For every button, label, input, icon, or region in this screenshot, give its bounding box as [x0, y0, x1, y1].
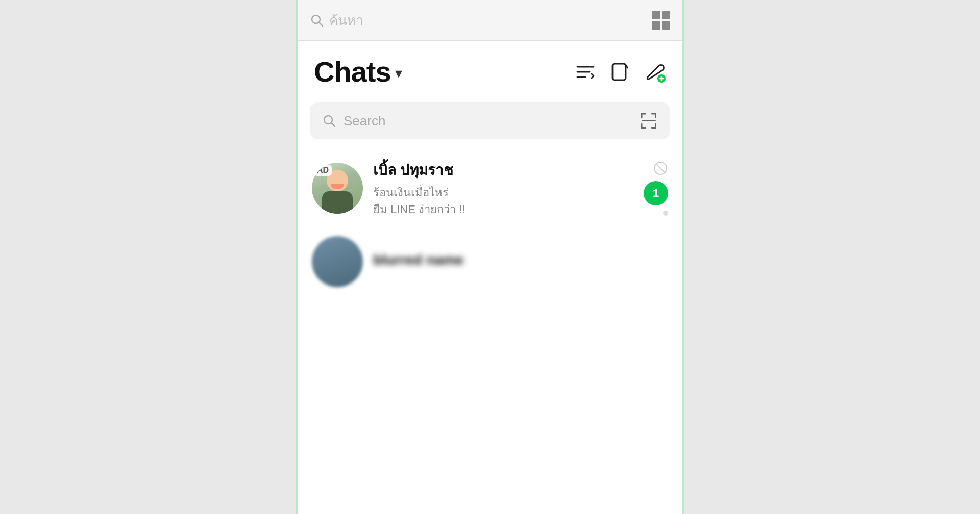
search-input-area[interactable]: Search [322, 113, 385, 129]
chat-preview-line2: ยืม LINE ง่ายกว่า !! [373, 203, 465, 216]
search-bar[interactable]: Search [310, 102, 670, 139]
person-body [322, 191, 353, 214]
no-sound-icon [653, 161, 668, 176]
scan-icon [640, 112, 658, 130]
top-search-area[interactable]: ค้นหา [310, 10, 363, 31]
chat-name-2: blurred name [373, 252, 668, 268]
avatar-1: AD [312, 163, 363, 214]
mute-icon [653, 161, 668, 176]
chat-item-ad[interactable]: AD เบิ้ล ปทุมราช ร้อนเงินเมื่อไหร่ ยืม L… [298, 149, 682, 227]
chat-info-1: เบิ้ล ปทุมราช ร้อนเงินเมื่อไหร่ ยืม LINE… [373, 159, 633, 218]
top-search-bar: ค้นหา [298, 0, 682, 41]
filter-list-button[interactable] [574, 61, 597, 83]
unread-badge-1: 1 [644, 181, 668, 205]
avatar-2 [312, 236, 363, 287]
phone-container: ค้นหา Chats ▾ [296, 0, 684, 514]
svg-line-10 [331, 123, 335, 126]
search-placeholder-text: Search [344, 113, 385, 129]
chat-name-1: เบิ้ล ปทุมราช [373, 159, 633, 181]
svg-rect-16 [641, 123, 643, 128]
svg-rect-12 [641, 113, 643, 118]
new-chat-icon [644, 61, 666, 83]
app-content: ค้นหา Chats ▾ [298, 0, 682, 514]
chats-title: Chats [314, 55, 391, 88]
chat-list: AD เบิ้ล ปทุมราช ร้อนเงินเมื่อไหร่ ยืม L… [298, 149, 682, 296]
avatar-container-1: AD [312, 163, 363, 214]
ad-badge: AD [314, 165, 332, 176]
header-icons-area [574, 61, 666, 83]
chat-item-2[interactable]: blurred name [298, 227, 682, 296]
new-chat-button[interactable] [644, 61, 666, 83]
svg-rect-18 [655, 123, 657, 128]
top-search-icon [310, 13, 324, 28]
chat-preview-1: ร้อนเงินเมื่อไหร่ ยืม LINE ง่ายกว่า !! [373, 184, 633, 218]
chats-header: Chats ▾ [298, 41, 682, 98]
avatar-container-2 [312, 236, 363, 287]
filter-list-icon [574, 61, 597, 83]
search-icon [322, 114, 336, 128]
top-search-placeholder: ค้นหา [329, 10, 363, 31]
small-dot-1 [663, 211, 668, 216]
svg-line-21 [657, 165, 664, 172]
note-button[interactable] [609, 61, 631, 83]
chat-info-2: blurred name [373, 252, 668, 271]
svg-line-1 [319, 22, 323, 26]
grid-menu-icon[interactable] [652, 11, 670, 30]
chat-preview-line1: ร้อนเงินเมื่อไหร่ [373, 186, 449, 199]
header-title-area[interactable]: Chats ▾ [314, 55, 402, 88]
svg-rect-14 [655, 113, 657, 118]
scan-button[interactable] [640, 112, 658, 130]
note-icon [609, 61, 631, 83]
dropdown-arrow-icon: ▾ [395, 65, 402, 82]
svg-rect-5 [612, 64, 626, 80]
chat-meta-1: 1 [644, 161, 668, 216]
